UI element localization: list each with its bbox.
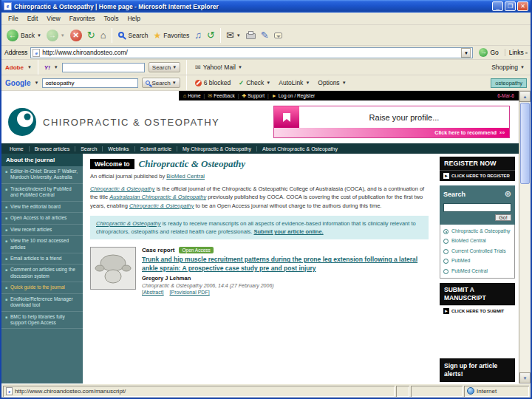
highlight-term-button[interactable]: osteopathy	[491, 78, 527, 88]
print-button[interactable]	[244, 30, 258, 41]
forward-dropdown-icon[interactable]: ▼	[61, 33, 65, 38]
sidebar-item-editorial-board[interactable]: ■View the editorial board	[1, 202, 83, 213]
nav-search[interactable]: Search	[75, 146, 103, 151]
scope-option-pubmed[interactable]: PubMed	[443, 258, 511, 264]
address-dropdown[interactable]: ▼	[461, 48, 471, 58]
shopping-button[interactable]: Shopping ▼	[489, 62, 527, 72]
go-button[interactable]: → Go	[476, 47, 501, 58]
nav-home[interactable]: Home	[4, 146, 30, 151]
sidebar-item-endnote-tool[interactable]: ■EndNote/Reference Manager download tool	[1, 294, 83, 312]
nav-about-journal[interactable]: About Chiropractic & Osteopathy	[257, 146, 343, 151]
article-thumbnail[interactable]	[90, 247, 136, 290]
links-toolbar[interactable]: Links »	[505, 49, 528, 56]
utility-home-link[interactable]: ⌂ Home	[183, 93, 201, 98]
favorites-button[interactable]: ★ Favorites	[151, 30, 192, 41]
mail-button[interactable]: ✉ ▼	[224, 29, 243, 41]
popup-blocker-button[interactable]: 6 blocked	[193, 78, 233, 88]
sidebar-item-comment[interactable]: ■Comment on articles using the discussio…	[1, 265, 83, 282]
sidebar-item-email-friend[interactable]: ■Email articles to a friend	[1, 253, 83, 265]
yahoo-search-input[interactable]	[62, 63, 145, 72]
sidebar-item-quick-guide[interactable]: ■Quick guide to the journal	[1, 282, 83, 293]
media-button[interactable]: ♫	[192, 29, 204, 41]
menu-favorites[interactable]: Favorites	[66, 14, 99, 23]
scroll-up-button[interactable]: ▲	[519, 91, 531, 102]
radio-selected-icon[interactable]	[443, 229, 449, 234]
sidebar-item-recent-articles[interactable]: ■View recent articles	[1, 225, 83, 236]
radio-icon[interactable]	[443, 239, 449, 244]
scope-option-controlled-trials[interactable]: Current Controlled Trials	[443, 248, 511, 254]
menu-help[interactable]: Help	[123, 14, 143, 23]
scrollbar-track[interactable]	[519, 185, 531, 372]
history-button[interactable]: ↺	[205, 29, 217, 41]
menu-file[interactable]: File	[4, 14, 22, 23]
yahoo-search-button[interactable]: Search ▼	[149, 62, 180, 72]
publisher-link[interactable]: BioMed Central	[166, 173, 205, 180]
spellcheck-button[interactable]: ✓ Check ▼	[236, 78, 273, 88]
article-alerts-button[interactable]: Sign up for article alerts!	[440, 358, 515, 382]
highlight-journal-link[interactable]: Chiropractic & Osteopathy	[96, 220, 161, 227]
scroll-down-button[interactable]: ▼	[519, 372, 531, 383]
radio-icon[interactable]	[443, 269, 449, 274]
close-button[interactable]: ✕	[517, 1, 528, 11]
scrollbar-thumb[interactable]	[520, 103, 530, 184]
adobe-menu[interactable]: Adobe	[5, 64, 24, 71]
submit-article-link[interactable]: Submit your article online.	[253, 228, 323, 235]
sidebar-item-editor[interactable]: ■Editor-in-Chief: Bruce F Walker, Murdoc…	[1, 166, 83, 184]
adobe-dropdown-icon[interactable]: ▼	[27, 65, 32, 69]
back-button[interactable]: ← Back ▼	[4, 28, 44, 43]
autolink-button[interactable]: AutoLink ▼	[276, 78, 312, 88]
site-search-input[interactable]	[443, 203, 511, 212]
google-logo-icon[interactable]: Google	[5, 79, 30, 87]
google-search-input[interactable]	[42, 78, 138, 88]
address-input[interactable]: e http://www.chiroandosteo.com/ ▼	[30, 47, 473, 58]
mail-dropdown-icon[interactable]: ▼	[236, 33, 241, 38]
scope-option-biomedcentral[interactable]: BioMed Central	[443, 238, 511, 244]
search-button[interactable]: Search	[115, 30, 151, 41]
nav-browse-articles[interactable]: Browse articles	[30, 146, 75, 151]
utility-feedback-link[interactable]: ✉ Feedback	[208, 93, 234, 99]
register-cta-button[interactable]: ► CLICK HERE TO REGISTER	[440, 170, 515, 181]
back-dropdown-icon[interactable]: ▼	[37, 33, 41, 38]
menu-view[interactable]: View	[43, 14, 64, 23]
submit-cta-button[interactable]: ► CLICK HERE TO SUBMIT	[440, 305, 515, 316]
scope-option-pubmed-central[interactable]: PubMed Central	[443, 268, 511, 274]
vertical-scrollbar[interactable]: ▲ ▼	[519, 91, 531, 383]
scope-option-journal[interactable]: Chiropractic & Osteopathy	[443, 228, 511, 234]
provisional-pdf-link[interactable]: [Provisional PDF]	[170, 290, 210, 295]
yahoo-dropdown-icon[interactable]: ▼	[54, 65, 58, 69]
recommend-banner[interactable]: Raise your profile... Click here to reco…	[273, 106, 510, 138]
discuss-button[interactable]	[272, 31, 284, 40]
article-title-link[interactable]: Trunk and hip muscle recruitment pattern…	[142, 256, 423, 273]
intro-former-title-link[interactable]: Australasian Chiropractic & Osteopathy	[109, 194, 206, 200]
banner-cta[interactable]: Click here to recommend ›››	[274, 128, 509, 137]
home-button[interactable]: ⌂	[98, 29, 109, 41]
google-search-button[interactable]: Search ▼	[142, 78, 180, 88]
utility-support-link[interactable]: ✚ Support	[242, 93, 265, 99]
menu-tools[interactable]: Tools	[100, 14, 123, 23]
menu-edit[interactable]: Edit	[24, 14, 42, 23]
yahoo-logo-icon[interactable]: Y!	[44, 64, 50, 71]
sidebar-item-libraries[interactable]: ■BMC to help libraries fully support Ope…	[1, 312, 83, 330]
nav-weblinks[interactable]: Weblinks	[103, 146, 134, 151]
utility-logon-link[interactable]: ► Log on / Register	[272, 93, 315, 98]
options-button[interactable]: Options ▼	[316, 78, 348, 88]
intro-journal-link[interactable]: Chiropractic & Osteopathy	[90, 185, 155, 192]
intro-journal-link[interactable]: Chiropractic & Osteopathy	[129, 202, 194, 209]
stop-button[interactable]: ✕	[68, 28, 84, 43]
maximize-button[interactable]: ❐	[505, 1, 516, 11]
yahoo-mail-button[interactable]: ✉ Yahoo! Mail ▼	[193, 62, 245, 72]
sidebar-item-most-accessed[interactable]: ■View the 10 most accessed articles	[1, 236, 83, 253]
nav-my-journal[interactable]: My Chiropractic & Osteopathy	[177, 146, 257, 151]
radio-icon[interactable]	[443, 259, 449, 264]
nav-submit-article[interactable]: Submit article	[135, 146, 177, 151]
sidebar-item-indexing[interactable]: ■Tracked/indexed by PubMed and PubMed Ce…	[1, 184, 83, 202]
radio-icon[interactable]	[443, 249, 449, 254]
abstract-link[interactable]: [Abstract]	[142, 290, 164, 295]
edit-button[interactable]: ✎	[259, 29, 271, 41]
minimize-button[interactable]: _	[492, 1, 503, 11]
forward-button[interactable]: → ▼	[44, 28, 67, 43]
google-dropdown-icon[interactable]: ▼	[34, 81, 38, 85]
refresh-button[interactable]: ↻	[85, 29, 98, 41]
sidebar-item-open-access[interactable]: ■Open Access to all articles	[1, 213, 83, 224]
search-go-button[interactable]: Go!	[495, 214, 511, 221]
